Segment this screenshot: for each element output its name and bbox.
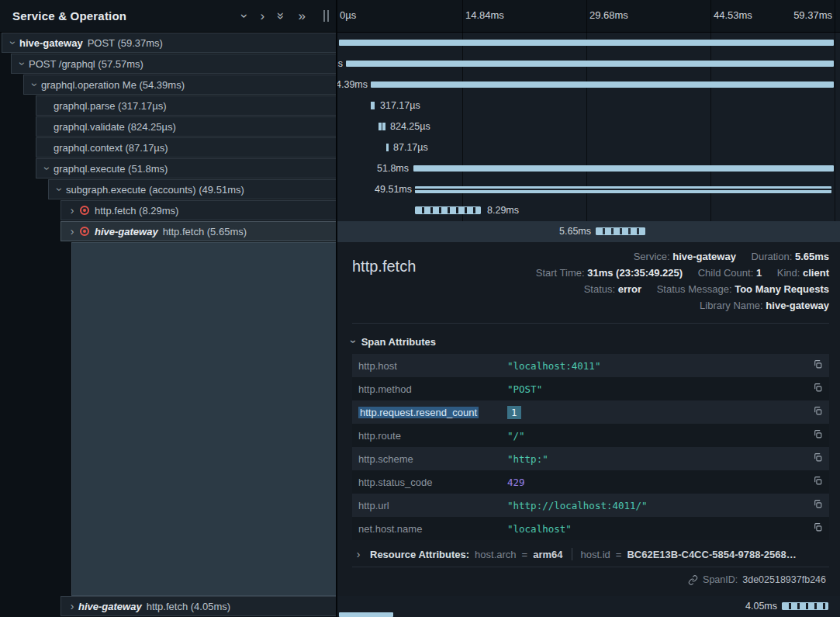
divider: [352, 323, 829, 324]
double-chevron-down-icon[interactable]: »: [275, 12, 288, 19]
tree-row-selected[interactable]: › hive-gateway http.fetch (5.65ms): [60, 221, 337, 241]
duration-label: 317.17µs: [380, 95, 420, 116]
span-label: graphql.operation Me (54.39ms): [41, 79, 185, 91]
attribute-value: 1: [507, 407, 804, 418]
resource-key: host.id: [581, 549, 610, 560]
attribute-row[interactable]: http.route "/": [352, 424, 829, 447]
meta-line: Start Time: 31ms (23:35:49.225) Child Co…: [536, 265, 829, 281]
span-bar[interactable]: [386, 144, 389, 151]
time-tick: 29.68ms: [589, 9, 628, 21]
chevron-down-icon[interactable]: ›: [29, 78, 41, 91]
tree-row[interactable]: › POST /graphql (57.57ms): [11, 54, 337, 74]
resource-value: arm64: [533, 549, 562, 560]
chevron-right-icon[interactable]: ›: [66, 225, 78, 237]
span-label: POST (59.37ms): [88, 37, 163, 49]
equals-sign: =: [616, 549, 622, 560]
timeline-header: 0µs 14.84ms 29.68ms 44.53ms 59.37ms: [337, 0, 840, 33]
span-metadata: Service: hive-gateway Duration: 5.65ms S…: [536, 248, 829, 314]
kind-value: client: [803, 267, 829, 279]
trace-viewer: Service & Operation › › » » › hive-gatew…: [0, 0, 840, 617]
divider: [572, 548, 572, 560]
span-tree-panel: Service & Operation › › » » › hive-gatew…: [0, 0, 337, 617]
timeline-row-selected[interactable]: 5.65ms: [337, 221, 840, 242]
tree-row[interactable]: › graphql.execute (51.8ms): [36, 158, 337, 179]
span-bar[interactable]: [782, 602, 828, 610]
span-bar[interactable]: [596, 227, 645, 235]
tree-row[interactable]: › http.fetch (8.29ms): [60, 200, 337, 220]
timeline-row: 8.29ms: [337, 200, 840, 221]
panel-resize-handle[interactable]: [323, 10, 329, 22]
attribute-row[interactable]: net.host.name "localhost": [352, 517, 829, 540]
copy-button[interactable]: [804, 522, 823, 535]
attribute-row[interactable]: http.url "http://localhost:4011/": [352, 494, 829, 517]
span-bar[interactable]: [371, 102, 375, 109]
copy-button[interactable]: [804, 359, 823, 372]
status-value: error: [618, 283, 641, 295]
tree-header-actions: › › » »: [243, 9, 329, 23]
duration-label: 824.25µs: [390, 116, 430, 137]
time-tick: 44.53ms: [714, 9, 752, 21]
link-icon[interactable]: [688, 575, 698, 585]
panel-divider[interactable]: [336, 0, 337, 617]
time-tick: 0µs: [340, 9, 356, 21]
span-bar[interactable]: [413, 165, 834, 172]
copy-button[interactable]: [804, 452, 823, 465]
attribute-row-highlighted[interactable]: http.request.resend_count 1: [352, 400, 829, 424]
span-label: subgraph.execute (accounts) (49.51ms): [66, 184, 244, 196]
attribute-row[interactable]: http.method "POST": [352, 377, 829, 400]
tree-row[interactable]: › hive-gateway POST (59.37ms): [2, 33, 337, 53]
chevron-down-icon[interactable]: ›: [54, 183, 66, 196]
span-bar[interactable]: [371, 81, 834, 88]
meta-line: Library Name: hive-gateway: [536, 297, 829, 314]
chevron-right-icon[interactable]: ›: [260, 9, 264, 23]
span-bar[interactable]: [415, 186, 831, 193]
chevron-down-icon[interactable]: ›: [238, 14, 251, 19]
attribute-row[interactable]: http.host "localhost:4011": [352, 354, 829, 377]
service-name: hive-gateway: [95, 226, 158, 237]
span-name-title: http.fetch: [352, 258, 416, 276]
attribute-row[interactable]: http.status_code 429: [352, 470, 829, 494]
chevron-down-icon: ›: [347, 340, 360, 344]
status-message-value: Too Many Requests: [735, 283, 829, 295]
chevron-right-icon[interactable]: ›: [66, 204, 78, 217]
tree-row[interactable]: › graphql.operation Me (54.39ms): [23, 75, 337, 95]
copy-button[interactable]: [804, 476, 823, 488]
copy-button[interactable]: [804, 383, 823, 395]
tree-row[interactable]: graphql.parse (317.17µs): [36, 95, 337, 116]
attribute-row[interactable]: http.scheme "http:": [352, 447, 829, 470]
tree-row[interactable]: › subgraph.execute (accounts) (49.51ms): [48, 179, 337, 199]
chevron-down-icon[interactable]: ›: [16, 57, 29, 70]
resource-value: BC62E13B-C4CC-5854-9788-2568…: [627, 549, 796, 560]
error-status-icon: [80, 227, 89, 236]
chevron-down-icon[interactable]: ›: [7, 36, 19, 49]
resource-attributes-row[interactable]: › Resource Attributes: host.arch = arm64…: [352, 548, 829, 560]
tree-row[interactable]: › hive-gateway http.fetch (4.05ms): [60, 596, 337, 616]
tree-row[interactable]: graphql.context (87.17µs): [36, 137, 337, 158]
duration-label: 8.29ms: [487, 200, 519, 221]
attribute-key: net.host.name: [358, 523, 507, 535]
chevron-right-icon[interactable]: ›: [66, 600, 78, 612]
timeline-row: 54.39ms: [337, 75, 840, 95]
copy-button[interactable]: [804, 406, 823, 418]
copy-button[interactable]: [804, 499, 823, 511]
attribute-key: http.url: [358, 500, 507, 511]
timeline-row: 4.05ms: [337, 596, 840, 617]
span-bar[interactable]: [379, 123, 385, 130]
copy-button[interactable]: [804, 429, 823, 442]
spanid-value: 3de02518937fb246: [742, 574, 826, 585]
span-attributes-toggle[interactable]: › Span Attributes: [352, 330, 829, 354]
span-bar[interactable]: [346, 61, 834, 67]
duration-label: 54.39ms: [337, 75, 368, 95]
equals-sign: =: [522, 549, 528, 560]
attribute-key: http.scheme: [358, 453, 507, 465]
library-name-value: hive-gateway: [766, 300, 829, 311]
span-bar-partial[interactable]: [339, 612, 393, 617]
duration-label: 87.17µs: [393, 137, 428, 158]
timeline-row: [337, 33, 840, 54]
chevron-down-icon[interactable]: ›: [41, 162, 54, 175]
span-bar[interactable]: [415, 206, 481, 214]
double-chevron-right-icon[interactable]: »: [299, 9, 306, 23]
span-bar[interactable]: [339, 40, 834, 46]
tree-row[interactable]: graphql.validate (824.25µs): [36, 116, 337, 137]
attribute-key: http.status_code: [358, 477, 507, 488]
